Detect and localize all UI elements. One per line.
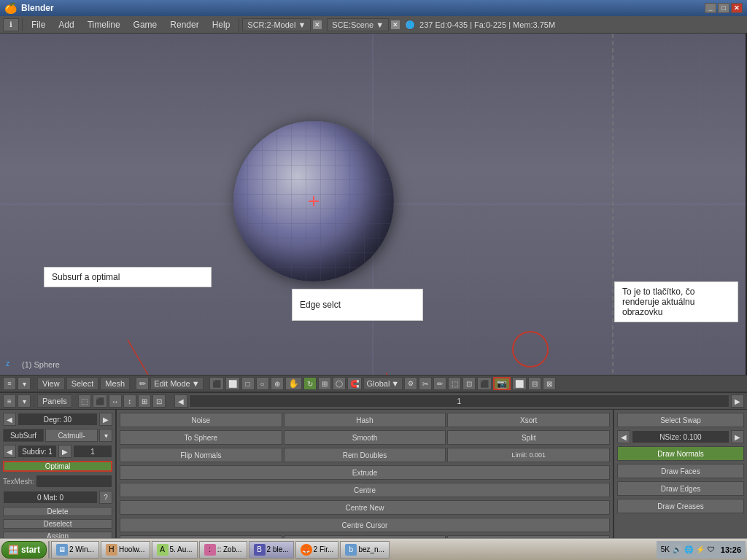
global-dropdown[interactable]: Global ▼	[363, 377, 403, 390]
viewport-area: z (1) Sphere Subsurf a optimal	[0, 34, 747, 375]
nsize-prev[interactable]: ◀	[617, 430, 630, 443]
nsize-row: ◀ NSize: 0.100 ▶	[617, 430, 744, 443]
edge-mode-btn[interactable]: ⬜	[225, 377, 240, 390]
taskbar-item-4[interactable]: B 2 ble...	[249, 541, 294, 559]
split-btn[interactable]: Split	[447, 430, 610, 445]
centre-new-btn[interactable]: Centre New	[120, 500, 610, 515]
view-menu[interactable]: View	[37, 377, 65, 390]
panel-icon3[interactable]: ↔	[109, 394, 122, 408]
icon-e[interactable]: ⬛	[477, 377, 492, 390]
taskbar-icon-3: :	[204, 544, 216, 556]
panels-icon[interactable]: ≡	[3, 394, 16, 408]
screen-selector[interactable]: SCR:2-Model ▼	[242, 18, 311, 31]
close-button[interactable]: ✕	[731, 3, 743, 13]
noise-btn[interactable]: Noise	[120, 413, 282, 427]
icon-g[interactable]: ⊟	[528, 377, 541, 390]
toolbar-icon1[interactable]: ≡	[3, 377, 16, 390]
sep2	[34, 394, 34, 408]
scale-btn[interactable]: ⊞	[318, 377, 331, 390]
panels-label[interactable]: Panels	[37, 394, 72, 408]
start-button[interactable]: 🪟 start	[1, 541, 47, 559]
limit-btn[interactable]: Limit: 0.001	[447, 448, 610, 462]
render-button[interactable]: 📷	[493, 377, 511, 390]
panel-icon6[interactable]: ⊡	[152, 394, 166, 408]
menu-help[interactable]: Help	[206, 18, 236, 31]
degr-next[interactable]: ▶	[99, 413, 112, 426]
texmesh-input[interactable]	[36, 475, 112, 488]
panels-arrow[interactable]: ▾	[18, 394, 31, 408]
toolbar-arrow[interactable]: ▾	[18, 377, 31, 390]
page-next[interactable]: ▶	[731, 394, 744, 408]
proportional-btn[interactable]: ○	[256, 377, 269, 390]
falloff-btn[interactable]: ◯	[333, 377, 346, 390]
magnet-btn[interactable]: 🧲	[347, 377, 362, 390]
degr-prev[interactable]: ◀	[3, 413, 16, 426]
subdiv-prev[interactable]: ◀	[3, 445, 16, 458]
taskbar-item-3[interactable]: : :: Zob...	[199, 541, 247, 559]
taskbar-item-1[interactable]: H Hoolw...	[101, 541, 150, 559]
hash-btn[interactable]: Hash	[284, 413, 446, 427]
mode-dropdown[interactable]: Edit Mode ▼	[150, 377, 203, 390]
smooth-btn[interactable]: Smooth	[284, 430, 446, 445]
catmull-arrow[interactable]: ▾	[99, 429, 112, 442]
draw-edges-btn[interactable]: Draw Edges	[617, 481, 744, 496]
manip-icon[interactable]: ⚙	[404, 377, 417, 390]
xsort-btn[interactable]: Xsort	[447, 413, 610, 427]
panel-icon4[interactable]: ↕	[123, 394, 136, 408]
icon-b[interactable]: ✏	[433, 377, 446, 390]
info-icon[interactable]: ℹ	[3, 18, 19, 31]
catmull-btn[interactable]: Catmull-	[45, 429, 98, 442]
sphere-object	[233, 121, 394, 281]
deselect-btn[interactable]: Deselect	[3, 519, 112, 529]
3d-viewport[interactable]: z (1) Sphere Subsurf a optimal	[0, 34, 747, 375]
mat-question[interactable]: ?	[99, 491, 112, 504]
panel-icon2[interactable]: ⬛	[93, 394, 107, 408]
draw-creases-btn[interactable]: Draw Creases	[617, 499, 744, 513]
delete-btn[interactable]: Delete	[3, 507, 112, 516]
icon-c[interactable]: ⬚	[448, 377, 461, 390]
snap-btn[interactable]: ⊕	[271, 377, 284, 390]
subdiv-next[interactable]: ▶	[58, 445, 71, 458]
web-icon[interactable]: 🌐	[405, 20, 415, 30]
menu-game[interactable]: Game	[128, 18, 163, 31]
panel-icon1[interactable]: ⬚	[78, 394, 91, 408]
rem-doubles-btn[interactable]: Rem Doubles	[284, 448, 446, 462]
icon-h[interactable]: ⊠	[543, 377, 556, 390]
taskbar-item-6[interactable]: b bez_n...	[340, 541, 390, 559]
taskbar-item-5[interactable]: 🦊 2 Fir...	[295, 541, 339, 559]
menu-render[interactable]: Render	[164, 18, 204, 31]
flip-normals-btn[interactable]: Flip Normals	[120, 448, 282, 462]
taskbar-item-0[interactable]: 🖥 2 Win...	[51, 541, 99, 559]
icon-a[interactable]: ✂	[419, 377, 432, 390]
menu-file[interactable]: File	[26, 18, 51, 31]
taskbar: 🪟 start 🖥 2 Win... H Hoolw... A 5. Au...…	[0, 538, 747, 560]
taskbar-item-2[interactable]: A 5. Au...	[152, 541, 198, 559]
menu-add[interactable]: Add	[53, 18, 80, 31]
draw-faces-btn[interactable]: Draw Faces	[617, 464, 744, 478]
face-mode-btn[interactable]: □	[241, 377, 255, 390]
optimal-btn[interactable]: Optimal	[3, 461, 112, 472]
icon-d[interactable]: ⊡	[462, 377, 476, 390]
screen-close-btn[interactable]: ✕	[312, 20, 322, 30]
vertex-mode-btn[interactable]: ⬛	[209, 377, 224, 390]
to-sphere-btn[interactable]: To Sphere	[120, 430, 282, 445]
extrude-btn[interactable]: Extrude	[120, 465, 610, 480]
pencil-icon[interactable]: ✏	[136, 377, 149, 390]
select-menu[interactable]: Select	[66, 377, 99, 390]
menu-timeline[interactable]: Timeline	[82, 18, 126, 31]
maximize-button[interactable]: □	[718, 3, 729, 13]
centre-cursor-btn[interactable]: Centre Cursor	[120, 518, 610, 532]
mesh-menu[interactable]: Mesh	[100, 377, 130, 390]
draw-normals-btn[interactable]: Draw Normals	[617, 446, 744, 461]
centre-btn[interactable]: Centre	[120, 483, 610, 497]
select-swap-btn[interactable]: Select Swap	[617, 413, 744, 427]
icon-f[interactable]: ⬜	[512, 377, 527, 390]
minimize-button[interactable]: _	[705, 3, 716, 13]
scene-close-btn[interactable]: ✕	[390, 20, 400, 30]
nsize-next[interactable]: ▶	[731, 430, 744, 443]
page-prev[interactable]: ◀	[174, 394, 187, 408]
scene-selector[interactable]: SCE:Scene ▼	[327, 18, 389, 31]
move-btn[interactable]: ✋	[285, 377, 302, 390]
rotate-btn[interactable]: ↻	[303, 377, 317, 390]
panel-icon5[interactable]: ⊞	[138, 394, 151, 408]
